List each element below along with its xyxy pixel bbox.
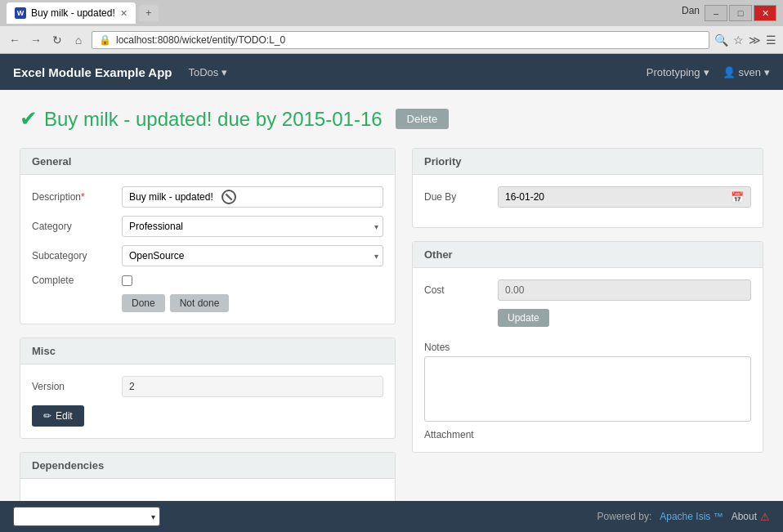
update-button[interactable]: Update <box>498 309 549 327</box>
page-title: ✔ Buy milk - updated! due by 2015-01-16 <box>20 106 383 132</box>
due-by-label: Due By <box>424 191 490 203</box>
page-title-row: ✔ Buy milk - updated! due by 2015-01-16 … <box>20 106 763 132</box>
delete-button[interactable]: Delete <box>396 109 450 129</box>
browser-titlebar: W Buy milk - updated! ✕ + Dan – □ ✕ <box>0 0 783 26</box>
due-by-group: Due By 16-01-20 📅 <box>424 186 751 208</box>
no-icon <box>221 190 236 204</box>
two-column-layout: General Description* Buy milk - updated! <box>20 148 763 532</box>
user-label: sven <box>739 66 761 78</box>
apache-isis-link[interactable]: Apache Isis ™ <box>660 511 723 522</box>
extend-icon[interactable]: ≫ <box>749 34 761 47</box>
misc-panel-header: Misc <box>20 338 395 364</box>
menu-icon[interactable]: ☰ <box>766 34 776 47</box>
other-panel-body: Cost 0.00 Update Notes <box>413 268 763 452</box>
general-panel-header: General <box>20 149 395 175</box>
app-container: Excel Module Example App ToDos ▾ Prototy… <box>0 54 783 532</box>
minimize-button[interactable]: – <box>705 5 727 21</box>
notes-label: Notes <box>424 342 751 353</box>
checkmark-icon: ✔ <box>20 106 38 132</box>
footer-select-wrapper: ▾ <box>13 507 160 526</box>
due-by-field[interactable]: 16-01-20 📅 <box>498 186 751 208</box>
edit-label: Edit <box>56 410 73 422</box>
right-column: Priority Due By 16-01-20 📅 Other <box>412 148 763 532</box>
subcategory-select[interactable]: OpenSource <box>122 245 383 266</box>
calendar-icon: 📅 <box>731 191 744 203</box>
window-controls: Dan – □ ✕ <box>682 5 776 21</box>
footer: ▾ Powered by: Apache Isis ™ About ⚠ <box>0 501 783 532</box>
todos-label: ToDos <box>189 66 219 78</box>
edit-icon: ✏ <box>43 410 51 422</box>
search-icon[interactable]: 🔍 <box>714 34 728 47</box>
back-button[interactable]: ← <box>7 34 23 47</box>
page-title-text: Buy milk - updated! due by 2015-01-16 <box>44 108 383 131</box>
version-label: Version <box>32 381 114 392</box>
navbar-user[interactable]: 👤 sven ▾ <box>723 66 770 78</box>
address-bar[interactable]: 🔒 localhost:8080/wicket/entity/TODO:L_0 <box>92 31 709 49</box>
navbar: Excel Module Example App ToDos ▾ Prototy… <box>0 54 783 90</box>
tab-favicon: W <box>15 7 26 19</box>
navbar-prototyping[interactable]: Prototyping ▾ <box>647 66 709 78</box>
notes-textarea[interactable] <box>424 356 751 422</box>
description-group: Description* Buy milk - updated! <box>32 186 383 208</box>
navbar-todos[interactable]: ToDos ▾ <box>189 66 228 78</box>
about-label: About <box>732 511 757 522</box>
bookmark-icon[interactable]: ☆ <box>733 34 744 47</box>
priority-panel-header: Priority <box>413 149 763 175</box>
misc-panel: Misc Version 2 ✏ Edit <box>20 338 396 439</box>
priority-panel-body: Due By 16-01-20 📅 <box>413 175 763 227</box>
navbar-right: Prototyping ▾ 👤 sven ▾ <box>647 66 770 78</box>
edit-button[interactable]: ✏ Edit <box>32 405 84 427</box>
category-group: Category Professional ▾ <box>32 216 383 237</box>
not-done-button[interactable]: Not done <box>170 294 230 312</box>
lock-icon: 🔒 <box>99 34 111 46</box>
description-label: Description* <box>32 191 114 203</box>
user-icon: 👤 <box>723 66 736 78</box>
subcategory-group: Subcategory OpenSource ▾ <box>32 245 383 266</box>
complete-group: Complete <box>32 275 383 286</box>
forward-button[interactable]: → <box>28 34 44 47</box>
category-select[interactable]: Professional <box>122 216 383 237</box>
due-by-value: 16-01-20 <box>505 191 544 203</box>
dependencies-panel: Dependencies <box>20 452 396 504</box>
left-column: General Description* Buy milk - updated! <box>20 148 396 532</box>
update-btn-row: Update <box>424 309 751 333</box>
maximize-button[interactable]: □ <box>729 5 752 21</box>
powered-by-text: Powered by: <box>597 511 652 522</box>
new-tab-button[interactable]: + <box>139 5 159 21</box>
dependencies-panel-body <box>20 479 395 503</box>
prototyping-dropdown-arrow: ▾ <box>704 66 709 78</box>
dependencies-panel-header: Dependencies <box>20 453 395 479</box>
priority-panel: Priority Due By 16-01-20 📅 <box>412 148 763 228</box>
navbar-brand: Excel Module Example App <box>13 65 172 79</box>
cost-group: Cost 0.00 <box>424 279 751 301</box>
browser-toolbar-right: 🔍 ☆ ≫ ☰ <box>714 34 776 47</box>
description-field[interactable]: Buy milk - updated! <box>122 186 383 208</box>
description-value: Buy milk - updated! <box>129 191 213 203</box>
refresh-button[interactable]: ↻ <box>49 34 65 47</box>
action-buttons-row: Done Not done <box>122 294 383 312</box>
close-button[interactable]: ✕ <box>754 5 776 21</box>
version-group: Version 2 <box>32 376 383 397</box>
tab-close-button[interactable]: ✕ <box>120 8 128 19</box>
version-value: 2 <box>122 376 383 397</box>
about-section: About ⚠ <box>732 511 770 523</box>
other-panel: Other Cost 0.00 Update Not <box>412 241 763 453</box>
category-select-wrapper: Professional ▾ <box>122 216 383 237</box>
tab-title: Buy milk - updated! <box>31 7 115 19</box>
cost-label: Cost <box>424 284 490 296</box>
todos-dropdown-arrow: ▾ <box>221 66 227 78</box>
window-user-label: Dan <box>682 5 700 21</box>
done-button[interactable]: Done <box>122 294 165 312</box>
footer-select[interactable] <box>13 507 160 526</box>
complete-label: Complete <box>32 275 114 286</box>
warning-icon: ⚠ <box>760 511 770 523</box>
complete-checkbox[interactable] <box>122 275 132 286</box>
required-marker: * <box>81 191 85 203</box>
misc-panel-body: Version 2 ✏ Edit <box>20 364 395 438</box>
other-panel-header: Other <box>413 242 763 268</box>
url-text: localhost:8080/wicket/entity/TODO:L_0 <box>116 34 285 46</box>
home-button[interactable]: ⌂ <box>70 34 87 47</box>
browser-tab[interactable]: W Buy milk - updated! ✕ <box>7 2 136 24</box>
prototyping-label: Prototyping <box>647 66 700 78</box>
footer-right: Powered by: Apache Isis ™ About ⚠ <box>597 511 770 523</box>
